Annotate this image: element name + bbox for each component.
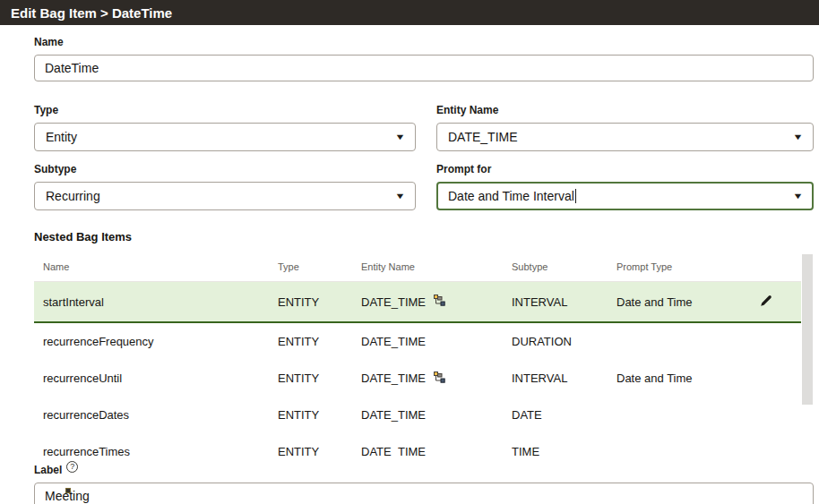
row-subtype: TIME bbox=[512, 445, 616, 457]
row-name: recurrenceUntil bbox=[43, 372, 278, 385]
row-name: recurrenceTimes bbox=[43, 445, 278, 457]
row-prompt-type: Date and Time bbox=[616, 372, 760, 385]
column-header-entity-name: Entity Name bbox=[361, 261, 512, 272]
subtype-select[interactable]: Recurring ▼ bbox=[34, 182, 416, 210]
nested-bag-items-table: Name Type Entity Name Subtype Prompt Typ… bbox=[34, 252, 814, 457]
row-name: recurrenceDates bbox=[43, 408, 278, 422]
row-prompt-type: Date and Time bbox=[616, 295, 760, 309]
entity-name-field-group: Entity Name DATE_TIME ▼ bbox=[436, 104, 814, 151]
entity-name-label: Entity Name bbox=[436, 104, 814, 116]
entity-name-text: DATE_TIME bbox=[361, 372, 426, 385]
chevron-down-icon: ▼ bbox=[394, 192, 405, 201]
label-input[interactable] bbox=[34, 483, 814, 504]
table-row[interactable]: recurrenceUntilENTITYDATE_TIMEINTERVALDa… bbox=[34, 360, 801, 397]
subtype-label: Subtype bbox=[34, 163, 416, 175]
row-actions bbox=[760, 295, 801, 310]
row-entity-name: DATE_TIME bbox=[361, 445, 512, 457]
row-entity-name: DATE_TIME bbox=[361, 335, 512, 348]
chevron-down-icon: ▼ bbox=[792, 132, 803, 141]
type-label: Type bbox=[34, 104, 416, 116]
prompt-for-combobox[interactable]: Date and Time Interval ▼ bbox=[436, 182, 814, 210]
row-type: ENTITY bbox=[278, 445, 361, 457]
type-select[interactable]: Entity ▼ bbox=[34, 123, 416, 151]
edit-row-button[interactable] bbox=[760, 295, 772, 310]
subtype-select-value: Recurring bbox=[46, 189, 100, 203]
entity-name-select-value: DATE_TIME bbox=[448, 130, 518, 144]
entity-name-text: DATE_TIME bbox=[361, 295, 426, 309]
subtype-field-group: Subtype Recurring ▼ bbox=[34, 163, 416, 210]
row-type: ENTITY bbox=[278, 408, 361, 422]
pointer-artifact bbox=[65, 488, 71, 493]
form-content: Name Type Entity ▼ Entity Name DATE_TIME… bbox=[0, 25, 819, 504]
nested-bag-items-title: Nested Bag Items bbox=[34, 230, 814, 243]
row-entity-name: DATE_TIME bbox=[361, 295, 512, 309]
entity-name-text: DATE_TIME bbox=[361, 408, 426, 422]
entity-name-text: DATE_TIME bbox=[361, 445, 426, 457]
column-header-type: Type bbox=[278, 261, 361, 272]
prompt-for-value: Date and Time Interval bbox=[448, 189, 574, 203]
row-type: ENTITY bbox=[278, 295, 361, 309]
label-field-label: Label ? bbox=[34, 464, 814, 476]
row-type: ENTITY bbox=[278, 372, 361, 385]
table-scrollbar[interactable] bbox=[801, 252, 814, 457]
type-field-group: Type Entity ▼ bbox=[34, 104, 416, 151]
row-subtype: INTERVAL bbox=[512, 372, 616, 385]
nested-bag-items-body: startIntervalENTITYDATE_TIMEINTERVALDate… bbox=[34, 282, 814, 457]
entity-hierarchy-icon bbox=[434, 295, 445, 309]
label-text: Label bbox=[34, 464, 62, 476]
table-row[interactable]: startIntervalENTITYDATE_TIMEINTERVALDate… bbox=[34, 282, 801, 323]
text-cursor bbox=[575, 189, 576, 203]
name-label: Name bbox=[34, 36, 814, 48]
table-row[interactable]: recurrenceFrequencyENTITYDATE_TIMEDURATI… bbox=[34, 323, 801, 360]
column-header-name: Name bbox=[43, 261, 278, 272]
help-icon[interactable]: ? bbox=[66, 461, 78, 473]
type-select-value: Entity bbox=[46, 130, 77, 144]
row-entity-name: DATE_TIME bbox=[361, 372, 512, 386]
row-name: startInterval bbox=[43, 295, 278, 309]
row-subtype: DURATION bbox=[512, 335, 616, 348]
row-entity-name: DATE_TIME bbox=[361, 408, 512, 422]
row-name: recurrenceFrequency bbox=[43, 335, 278, 348]
column-header-prompt-type: Prompt Type bbox=[616, 261, 760, 272]
table-row[interactable]: recurrenceDatesENTITYDATE_TIMEDATE bbox=[34, 397, 801, 433]
chevron-down-icon: ▼ bbox=[792, 192, 803, 201]
page-header: Edit Bag Item > DateTime bbox=[0, 0, 819, 25]
name-input[interactable] bbox=[34, 55, 814, 81]
prompt-for-value-wrap: Date and Time Interval bbox=[448, 189, 576, 203]
chevron-down-icon: ▼ bbox=[394, 132, 405, 141]
row-subtype: INTERVAL bbox=[512, 295, 616, 309]
row-type: ENTITY bbox=[278, 335, 361, 348]
page-title: Edit Bag Item > DateTime bbox=[11, 5, 172, 21]
pencil-icon bbox=[760, 295, 772, 310]
column-header-subtype: Subtype bbox=[512, 261, 616, 272]
entity-name-text: DATE_TIME bbox=[361, 335, 426, 348]
entity-hierarchy-icon bbox=[434, 372, 445, 386]
row-subtype: DATE bbox=[512, 408, 616, 422]
prompt-for-label: Prompt for bbox=[436, 163, 814, 175]
entity-name-select[interactable]: DATE_TIME ▼ bbox=[436, 123, 814, 151]
table-header-row: Name Type Entity Name Subtype Prompt Typ… bbox=[34, 252, 801, 282]
prompt-for-field-group: Prompt for Date and Time Interval ▼ bbox=[436, 163, 814, 210]
table-row[interactable]: recurrenceTimesENTITYDATE_TIMETIME bbox=[34, 433, 801, 457]
scrollbar-thumb[interactable] bbox=[802, 254, 813, 405]
